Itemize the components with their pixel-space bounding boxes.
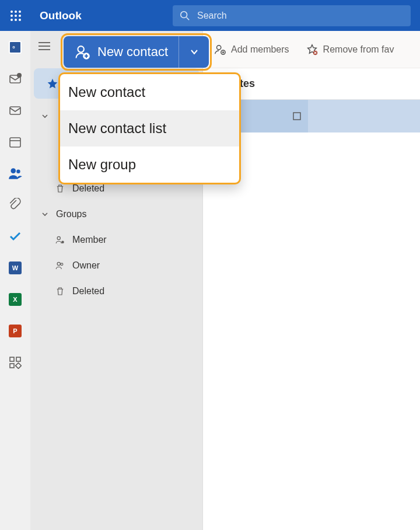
svg-text:o: o bbox=[13, 45, 15, 49]
calendar-icon bbox=[8, 135, 22, 149]
people-icon bbox=[55, 235, 65, 245]
svg-point-29 bbox=[57, 262, 60, 265]
rail-people[interactable] bbox=[5, 163, 26, 184]
svg-point-31 bbox=[217, 45, 221, 49]
trash-icon bbox=[55, 286, 65, 297]
svg-rect-21 bbox=[16, 357, 20, 361]
dropdown-new-contact[interactable]: New contact bbox=[60, 74, 239, 110]
rail-calendar[interactable] bbox=[5, 131, 26, 152]
svg-point-18 bbox=[10, 168, 16, 173]
new-contact-label: New contact bbox=[97, 44, 168, 60]
svg-point-30 bbox=[61, 263, 63, 266]
svg-point-9 bbox=[181, 11, 187, 18]
outlook-icon: o bbox=[9, 41, 22, 54]
search-box[interactable] bbox=[173, 5, 411, 26]
sidebar-deleted-groups[interactable]: Deleted bbox=[30, 278, 202, 304]
left-rail: o W X P bbox=[0, 31, 30, 530]
svg-rect-22 bbox=[10, 364, 14, 368]
mail-badge-icon bbox=[8, 72, 22, 86]
checkbox-icon bbox=[293, 112, 301, 120]
sidebar-item-label: Member bbox=[72, 235, 107, 245]
sidebar-item-label: Groups bbox=[56, 209, 86, 219]
attachment-icon bbox=[8, 198, 22, 212]
svg-point-5 bbox=[19, 15, 21, 17]
svg-rect-38 bbox=[293, 113, 300, 120]
svg-point-6 bbox=[10, 19, 13, 21]
check-icon bbox=[8, 229, 22, 243]
svg-point-19 bbox=[16, 170, 20, 174]
svg-point-7 bbox=[15, 19, 17, 21]
new-contact-dropdown: New contact New contact list New group bbox=[58, 72, 241, 184]
dropdown-item-label: New contact list bbox=[68, 120, 166, 137]
add-members-icon bbox=[214, 43, 226, 56]
svg-point-4 bbox=[15, 15, 17, 17]
toolbar-label: Remove from fav bbox=[323, 44, 394, 55]
powerpoint-icon: P bbox=[9, 325, 22, 337]
mail-icon bbox=[8, 103, 22, 117]
svg-point-14 bbox=[17, 73, 22, 78]
dropdown-new-group[interactable]: New group bbox=[60, 147, 239, 183]
trash-icon bbox=[55, 183, 65, 194]
svg-point-2 bbox=[19, 11, 21, 13]
people-icon bbox=[55, 260, 65, 271]
dropdown-new-contact-list[interactable]: New contact list bbox=[60, 110, 239, 147]
header-bar: Outlook bbox=[0, 0, 420, 31]
svg-point-39 bbox=[78, 46, 84, 53]
svg-point-8 bbox=[19, 19, 21, 21]
hamburger-button[interactable] bbox=[38, 41, 50, 51]
rail-files[interactable] bbox=[5, 194, 26, 215]
word-icon: W bbox=[9, 261, 22, 274]
svg-line-10 bbox=[187, 17, 190, 20]
apps-icon bbox=[9, 356, 22, 369]
sidebar-groups-collapse[interactable]: Groups bbox=[30, 201, 202, 227]
new-contact-highlight: New contact bbox=[61, 33, 212, 71]
sidebar-item-label: Deleted bbox=[72, 286, 104, 297]
dropdown-item-label: New group bbox=[68, 156, 136, 173]
svg-point-1 bbox=[15, 11, 17, 13]
toolbar-label: Add members bbox=[231, 44, 289, 55]
rail-more-apps[interactable] bbox=[5, 352, 26, 373]
rail-mail[interactable] bbox=[5, 100, 26, 121]
rail-excel[interactable]: X bbox=[5, 289, 26, 310]
excel-icon: X bbox=[9, 293, 22, 306]
svg-point-0 bbox=[10, 11, 13, 13]
search-input[interactable] bbox=[197, 11, 404, 21]
sidebar-item-label: Owner bbox=[72, 260, 100, 271]
people-icon bbox=[8, 166, 23, 181]
rail-outlook[interactable]: o bbox=[5, 37, 26, 58]
sidebar-item-label: Deleted bbox=[72, 183, 104, 194]
app-launcher-button[interactable] bbox=[5, 5, 27, 27]
rail-mail-unread[interactable] bbox=[5, 68, 26, 89]
waffle-icon bbox=[10, 10, 22, 22]
sidebar-owner[interactable]: Owner bbox=[30, 253, 202, 278]
add-contact-icon bbox=[74, 44, 90, 60]
content-toolbar: Add members Remove from fav bbox=[203, 31, 420, 68]
svg-rect-20 bbox=[10, 357, 14, 361]
remove-favorite-icon bbox=[306, 43, 318, 56]
add-members-button[interactable]: Add members bbox=[214, 43, 289, 56]
svg-rect-23 bbox=[16, 363, 22, 369]
svg-point-28 bbox=[61, 241, 64, 244]
star-icon bbox=[47, 78, 58, 89]
svg-rect-15 bbox=[10, 107, 20, 114]
rail-todo[interactable] bbox=[5, 226, 26, 247]
svg-point-3 bbox=[10, 15, 13, 17]
chevron-down-icon bbox=[41, 211, 49, 218]
remove-favorites-button[interactable]: Remove from fav bbox=[306, 43, 394, 56]
rail-word[interactable]: W bbox=[5, 257, 26, 278]
new-contact-split-button: New contact bbox=[64, 36, 209, 68]
dropdown-item-label: New contact bbox=[68, 84, 145, 100]
app-title: Outlook bbox=[40, 9, 82, 22]
new-contact-button[interactable]: New contact bbox=[64, 36, 178, 68]
chevron-down-icon bbox=[189, 47, 200, 57]
search-icon bbox=[180, 11, 190, 21]
hamburger-icon bbox=[38, 41, 50, 51]
rail-powerpoint[interactable]: P bbox=[5, 320, 26, 341]
svg-point-27 bbox=[57, 236, 60, 239]
new-contact-dropdown-toggle[interactable] bbox=[178, 36, 209, 68]
svg-rect-16 bbox=[10, 138, 20, 147]
chevron-down-icon bbox=[41, 113, 49, 120]
sidebar-member[interactable]: Member bbox=[30, 227, 202, 253]
